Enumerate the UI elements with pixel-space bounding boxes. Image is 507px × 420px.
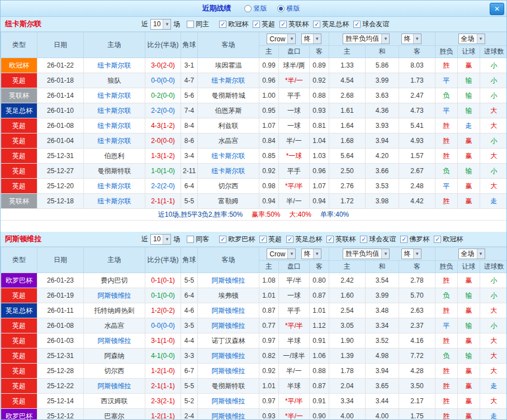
- team-header-bar: 纽卡斯尔联 近 10▼ 场 同主 ✓欧冠杯✓英超✓英联杯✓英足总杯✓球会友谊: [1, 17, 506, 32]
- league-badge: 英超: [1, 379, 37, 394]
- horizontal-layout-radio[interactable]: 横版: [277, 4, 300, 13]
- away-odds: 0.88: [310, 364, 329, 379]
- avg-away-odds: 2.37: [399, 318, 435, 333]
- league-filter-checkbox[interactable]: ✓球会友谊: [353, 20, 389, 29]
- avg-away-odds: 3.50: [399, 379, 435, 394]
- avg-home-odds: 2.42: [329, 273, 366, 288]
- match-date: 26-01-11: [37, 303, 84, 318]
- league-filter-checkbox[interactable]: ✓欧冠杯: [434, 235, 463, 244]
- match-row: 欧罗巴杯26-01-23费内巴切0-1(0-1)5-5阿斯顿维拉1.08平/半0…: [1, 273, 507, 288]
- home-odds: 0.77: [259, 318, 279, 333]
- match-count-select[interactable]: 10▼: [150, 19, 171, 30]
- away-team: 阿斯顿维拉: [198, 273, 259, 288]
- result-verdict: 胜: [435, 303, 458, 318]
- home-odds: 0.93: [259, 409, 279, 420]
- horizontal-layout-label: 横版: [287, 4, 300, 13]
- league-filter-checkbox[interactable]: ✓球会友谊: [360, 235, 396, 244]
- home-team: 纽卡斯尔联: [84, 58, 145, 73]
- avg-draw-odds: 4.36: [366, 103, 399, 118]
- avg-odds-value: 胜平负均值: [345, 249, 379, 259]
- league-badge: 英联杯: [1, 88, 37, 103]
- same-venue-checkbox[interactable]: 同客: [187, 235, 209, 244]
- avg-odds-select[interactable]: 胜平负均值▼: [343, 249, 390, 259]
- scope-select[interactable]: 全场▼: [458, 249, 485, 259]
- league-filter-label: 欧罗巴杯: [228, 235, 255, 244]
- league-filter-checkbox[interactable]: ✓英超: [253, 20, 275, 29]
- checkbox-checked-icon: ✓: [360, 236, 367, 243]
- chevron-down-icon: ▼: [477, 249, 485, 259]
- avg-away-odds: 5.70: [399, 288, 435, 303]
- league-filter-checkbox[interactable]: ✓佛罗杯: [400, 235, 429, 244]
- away-odds: 0.91: [310, 394, 329, 409]
- league-filter-checkbox[interactable]: ✓英足总杯: [286, 235, 322, 244]
- match-row: 欧冠杯26-01-22纽卡斯尔联3-0(2-0)3-1埃因霍温0.99球半/两0…: [1, 58, 507, 73]
- avg-odds-select[interactable]: 胜平负均值▼: [343, 34, 390, 44]
- handicap-line: *平/半: [279, 179, 310, 194]
- checkbox-checked-icon: ✓: [434, 236, 441, 243]
- away-team: 伯恩茅斯: [198, 103, 259, 118]
- same-venue-checkbox[interactable]: 同主: [187, 20, 209, 29]
- scope-select[interactable]: 全场▼: [458, 34, 485, 44]
- league-filter-checkbox[interactable]: ✓欧冠杯: [219, 20, 248, 29]
- match-row: 英联杯26-01-14纽卡斯尔联0-2(0-0)5-6曼彻斯特城1.00平手0.…: [1, 88, 507, 103]
- avg-stage-select[interactable]: 终▼: [401, 249, 421, 259]
- result-verdict: 负: [435, 349, 458, 364]
- team-header-bar: 阿斯顿维拉 近 10▼ 场 同客 ✓欧罗巴杯✓英超✓英足总杯✓英联杯✓球会友谊✓…: [1, 232, 506, 247]
- home-team: 伯恩利: [84, 149, 145, 164]
- odds-stage-select[interactable]: 终▼: [301, 34, 321, 44]
- handicap-line: 一球: [279, 288, 310, 303]
- corner-score: 5-5: [181, 273, 198, 288]
- handicap-verdict: 赢: [458, 149, 480, 164]
- handicap-verdict: 走: [458, 118, 480, 133]
- chevron-down-icon: ▼: [381, 34, 389, 44]
- avg-draw-odds: 3.99: [366, 288, 399, 303]
- corner-score: 5-6: [181, 88, 198, 103]
- subcol-handicap: 盘口: [279, 261, 310, 273]
- league-filter-label: 欧冠杯: [443, 235, 463, 244]
- subcol-avg-away: 客: [399, 261, 435, 273]
- avg-away-odds: 4.93: [399, 133, 435, 149]
- league-filter-label: 球会友谊: [369, 235, 396, 244]
- close-button[interactable]: ✕: [490, 3, 504, 15]
- handicap-line: 平手: [279, 88, 310, 103]
- handicap-verdict: 赢: [458, 379, 480, 394]
- avg-stage-select[interactable]: 终▼: [401, 34, 421, 44]
- away-odds: 1.03: [310, 149, 329, 164]
- home-team: 巴塞尔: [84, 409, 145, 420]
- league-filter-checkbox[interactable]: ✓英超: [259, 235, 282, 244]
- away-odds: 0.92: [310, 73, 329, 88]
- league-filter-checkbox[interactable]: ✓欧罗巴杯: [219, 235, 255, 244]
- team-section-newcastle: 纽卡斯尔联 近 10▼ 场 同主 ✓欧冠杯✓英超✓英联杯✓英足总杯✓球会友谊 类…: [1, 17, 506, 221]
- handicap-line: 一球: [279, 118, 310, 133]
- odds-stage-select[interactable]: 终▼: [301, 249, 321, 259]
- avg-draw-odds: 3.54: [366, 273, 399, 288]
- handicap-verdict: 赢: [458, 333, 480, 349]
- match-row: 英超25-12-20纽卡斯尔联2-2(2-0)6-4切尔西0.98*平/半1.0…: [1, 179, 507, 194]
- summary-0: 近10场,胜5平3负2,胜率:50%赢率:50%大:40%单率:40%: [1, 209, 506, 221]
- handicap-verdict: 输: [458, 288, 480, 303]
- league-filter-checkbox[interactable]: ✓英联杯: [326, 235, 356, 244]
- league-filter-checkbox[interactable]: ✓英联杯: [279, 20, 309, 29]
- checkbox-checked-icon: ✓: [400, 236, 408, 243]
- avg-home-odds: 3.34: [329, 394, 366, 409]
- final-score: 0-2(0-0): [145, 88, 181, 103]
- bookmaker-select[interactable]: Crow▼: [267, 34, 296, 44]
- handicap-verdict: 输: [458, 318, 480, 333]
- avg-draw-odds: 3.52: [366, 333, 399, 349]
- match-date: 26-01-04: [37, 133, 84, 149]
- col-header-score: 比分(半场): [145, 32, 181, 58]
- chevron-down-icon: ▼: [287, 34, 295, 44]
- recent-results-window: 近期战绩 竖版 横版 ✕ 纽卡斯尔联 近 10▼ 场 同主 ✓欧冠杯✓英超✓英联…: [0, 0, 507, 420]
- match-date: 25-12-12: [37, 409, 84, 420]
- league-filter-checkbox[interactable]: ✓英足总杯: [313, 20, 349, 29]
- vertical-layout-radio[interactable]: 竖版: [244, 4, 267, 13]
- league-badge: 英超: [1, 118, 37, 133]
- handicap-line: *平/半: [279, 318, 310, 333]
- bookmaker-select[interactable]: Crow▼: [267, 249, 296, 259]
- match-date: 26-01-10: [37, 103, 84, 118]
- final-score: 0-0(0-0): [145, 73, 181, 88]
- home-team: 阿斯顿维拉: [84, 379, 145, 394]
- handicap-line: 平手: [279, 303, 310, 318]
- page-title: 近期战绩: [202, 3, 231, 13]
- match-count-select[interactable]: 10▼: [150, 234, 171, 245]
